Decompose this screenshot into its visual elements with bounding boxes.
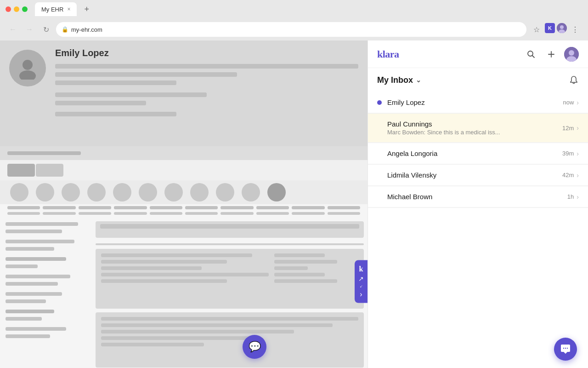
unread-dot-0 — [377, 100, 382, 105]
content-skel — [101, 273, 269, 276]
back-button[interactable]: ← — [6, 23, 19, 36]
close-tab-button[interactable]: × — [67, 6, 70, 12]
inbox-item-meta-4: 1h › — [567, 193, 579, 201]
ehr-header: Emily Lopez — [0, 40, 368, 146]
col-skel — [150, 206, 182, 209]
ehr-main-content — [92, 218, 368, 368]
user-avatar[interactable] — [564, 47, 579, 62]
col-skel — [7, 206, 40, 209]
expand-icon: ↗ — [358, 275, 364, 282]
content-card-1 — [96, 221, 364, 238]
add-button[interactable] — [544, 47, 559, 62]
skeleton-line — [55, 112, 176, 116]
col-avatar — [190, 183, 209, 201]
col-skel — [114, 206, 147, 209]
notification-bell-button[interactable] — [569, 75, 579, 85]
sidebar-group — [6, 222, 86, 233]
sidebar-group — [6, 310, 86, 321]
close-window-button[interactable] — [6, 6, 11, 12]
klara-widget-button[interactable]: k ↗ ↙ › — [355, 260, 368, 303]
klara-panel: klara My Inbox — [368, 40, 588, 368]
menu-button[interactable]: ⋮ — [569, 23, 582, 36]
ehr-subheader — [0, 146, 368, 160]
chat-fab[interactable]: 💬 — [243, 335, 266, 359]
minimize-window-button[interactable] — [14, 6, 19, 12]
sidebar-group — [6, 327, 86, 338]
inbox-chevron-right-0: › — [577, 99, 579, 106]
skeleton-line — [55, 72, 237, 77]
col-skel2 — [185, 212, 218, 215]
svg-point-12 — [563, 348, 564, 349]
col-skel2 — [79, 212, 111, 215]
col-skel2 — [114, 212, 147, 215]
inbox-item-2[interactable]: Angela Longoria 39m › — [368, 143, 588, 164]
svg-point-10 — [569, 50, 574, 56]
inbox-chevron-icon: ⌄ — [416, 76, 421, 84]
klara-chat-fab[interactable] — [554, 338, 577, 361]
inbox-item-preview-1: Marc Bowden: Since this is a medical iss… — [387, 129, 558, 136]
bookmark-button[interactable]: ☆ — [530, 23, 543, 36]
skeleton-line — [55, 92, 207, 97]
inbox-item-time-4: 1h — [567, 193, 574, 200]
sidebar-group — [6, 275, 86, 286]
klara-inbox-header: My Inbox ⌄ — [368, 68, 588, 92]
sidebar-skel — [6, 247, 54, 251]
sidebar-skel — [6, 264, 38, 268]
divider-4 — [368, 207, 588, 208]
inbox-list: Emily Lopez now › Paul Cunnings Marc Bow… — [368, 92, 588, 340]
inbox-chevron-right-3: › — [577, 172, 579, 179]
user-avatar-extension[interactable] — [557, 23, 567, 33]
chevron-right-icon: › — [360, 290, 362, 299]
svg-point-4 — [19, 70, 36, 80]
inbox-item-name-3: Lidmila Vilensky — [387, 171, 558, 179]
col-avatar — [36, 183, 54, 201]
klara-logo: klara — [377, 48, 399, 60]
ehr-tab-2[interactable] — [36, 164, 63, 177]
sidebar-skel — [6, 327, 66, 331]
inbox-item-0[interactable]: Emily Lopez now › — [368, 92, 588, 113]
patient-avatar — [9, 50, 46, 86]
forward-button[interactable]: → — [23, 23, 36, 36]
new-tab-button[interactable]: + — [80, 5, 93, 14]
browser-tab[interactable]: My EHR × — [35, 2, 77, 16]
lock-icon: 🔒 — [62, 26, 68, 33]
ehr-table-columns — [0, 180, 368, 204]
inbox-item-time-0: now — [563, 99, 574, 106]
address-bar[interactable]: 🔒 my-ehr.com — [56, 22, 526, 37]
sidebar-skel — [6, 230, 62, 233]
sidebar-skel — [6, 334, 50, 338]
sidebar-skel — [6, 317, 42, 321]
col-skel — [292, 206, 324, 209]
sidebar-skel — [6, 257, 66, 261]
search-button[interactable] — [524, 47, 538, 62]
browser-titlebar: My EHR × + — [0, 0, 588, 18]
svg-point-1 — [560, 25, 564, 29]
content-skel — [101, 343, 204, 346]
content-skel — [101, 260, 227, 264]
reload-button[interactable]: ↻ — [40, 23, 52, 36]
col-avatar — [242, 183, 260, 201]
inbox-item-4[interactable]: Michael Brown 1h › — [368, 186, 588, 207]
inbox-item-1[interactable]: Paul Cunnings Marc Bowden: Since this is… — [368, 114, 588, 143]
inbox-item-meta-2: 39m › — [562, 150, 579, 157]
inbox-title[interactable]: My Inbox ⌄ — [377, 75, 421, 85]
inbox-item-info-4: Michael Brown — [387, 193, 563, 201]
content-card-3 — [96, 312, 364, 368]
content-skel — [274, 253, 325, 257]
inbox-item-3[interactable]: Lidmila Vilensky 42m › — [368, 165, 588, 186]
skeleton-line — [55, 101, 146, 105]
ehr-tab-1[interactable] — [7, 164, 35, 177]
skeleton-line — [55, 64, 358, 69]
inbox-item-name-2: Angela Longoria — [387, 150, 558, 157]
subheader-skeleton — [7, 151, 81, 155]
maximize-window-button[interactable] — [22, 6, 28, 12]
inbox-item-meta-0: now › — [563, 99, 579, 106]
svg-line-6 — [532, 55, 535, 58]
inbox-item-name-4: Michael Brown — [387, 193, 563, 201]
svg-point-3 — [23, 60, 33, 70]
col-skel2 — [292, 212, 324, 215]
svg-point-14 — [567, 348, 568, 349]
col-skel — [43, 206, 75, 209]
klara-extension-icon[interactable]: K — [545, 23, 555, 33]
sidebar-skel — [6, 275, 70, 278]
